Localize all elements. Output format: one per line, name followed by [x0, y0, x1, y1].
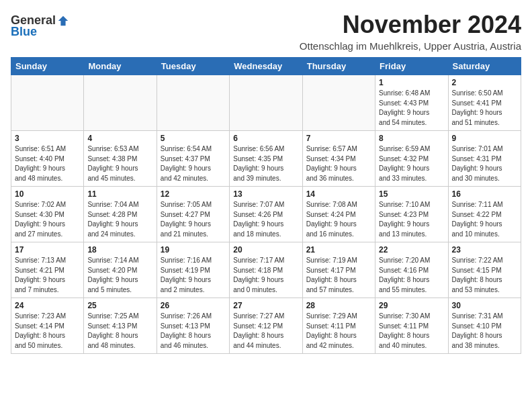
calendar-cell: 24Sunrise: 7:23 AM Sunset: 4:14 PM Dayli…	[11, 298, 84, 354]
day-number: 26	[161, 301, 226, 310]
calendar-cell: 28Sunrise: 7:29 AM Sunset: 4:11 PM Dayli…	[302, 298, 375, 354]
calendar-cell: 7Sunrise: 6:57 AM Sunset: 4:34 PM Daylig…	[302, 131, 375, 187]
day-info: Sunrise: 7:16 AM Sunset: 4:19 PM Dayligh…	[161, 256, 226, 295]
day-info: Sunrise: 7:22 AM Sunset: 4:15 PM Dayligh…	[452, 256, 517, 295]
day-number: 5	[161, 134, 226, 143]
weekday-header-row: SundayMondayTuesdayWednesdayThursdayFrid…	[11, 58, 521, 75]
calendar-cell: 3Sunrise: 6:51 AM Sunset: 4:40 PM Daylig…	[11, 131, 84, 187]
day-info: Sunrise: 6:48 AM Sunset: 4:43 PM Dayligh…	[379, 89, 444, 128]
day-number: 20	[233, 245, 298, 255]
calendar-cell	[84, 75, 157, 131]
day-number: 21	[306, 245, 371, 255]
day-info: Sunrise: 7:23 AM Sunset: 4:14 PM Dayligh…	[15, 312, 80, 351]
day-info: Sunrise: 7:17 AM Sunset: 4:18 PM Dayligh…	[233, 256, 298, 295]
day-info: Sunrise: 6:56 AM Sunset: 4:35 PM Dayligh…	[233, 144, 298, 183]
day-number: 24	[15, 301, 80, 310]
calendar-week-1: 1Sunrise: 6:48 AM Sunset: 4:43 PM Daylig…	[11, 75, 521, 131]
day-number: 16	[452, 189, 517, 199]
logo-blue-text: Blue	[11, 25, 37, 39]
day-info: Sunrise: 7:30 AM Sunset: 4:11 PM Dayligh…	[379, 312, 444, 351]
day-number: 8	[379, 134, 444, 143]
calendar-cell: 25Sunrise: 7:25 AM Sunset: 4:13 PM Dayli…	[84, 298, 157, 354]
calendar-cell: 12Sunrise: 7:05 AM Sunset: 4:27 PM Dayli…	[157, 187, 229, 242]
calendar-body: 1Sunrise: 6:48 AM Sunset: 4:43 PM Daylig…	[11, 75, 521, 354]
weekday-header-wednesday: Wednesday	[230, 58, 302, 75]
day-info: Sunrise: 7:25 AM Sunset: 4:13 PM Dayligh…	[87, 312, 152, 351]
calendar-cell: 14Sunrise: 7:08 AM Sunset: 4:24 PM Dayli…	[302, 187, 375, 242]
day-info: Sunrise: 7:11 AM Sunset: 4:22 PM Dayligh…	[452, 200, 517, 239]
day-info: Sunrise: 7:14 AM Sunset: 4:20 PM Dayligh…	[87, 256, 152, 295]
weekday-header-sunday: Sunday	[11, 58, 84, 75]
calendar-cell: 8Sunrise: 6:59 AM Sunset: 4:32 PM Daylig…	[375, 131, 448, 187]
calendar-week-4: 17Sunrise: 7:13 AM Sunset: 4:21 PM Dayli…	[11, 242, 521, 298]
day-number: 12	[161, 189, 226, 199]
day-info: Sunrise: 7:20 AM Sunset: 4:16 PM Dayligh…	[379, 256, 444, 295]
day-number: 22	[379, 245, 444, 255]
calendar-cell: 30Sunrise: 7:31 AM Sunset: 4:10 PM Dayli…	[448, 298, 521, 354]
weekday-header-saturday: Saturday	[448, 58, 521, 75]
logo-icon	[57, 15, 69, 27]
calendar-cell: 6Sunrise: 6:56 AM Sunset: 4:35 PM Daylig…	[230, 131, 302, 187]
day-info: Sunrise: 7:04 AM Sunset: 4:28 PM Dayligh…	[87, 200, 152, 239]
calendar-table: SundayMondayTuesdayWednesdayThursdayFrid…	[11, 57, 521, 354]
day-number: 29	[379, 301, 444, 310]
day-info: Sunrise: 6:57 AM Sunset: 4:34 PM Dayligh…	[306, 144, 371, 183]
day-info: Sunrise: 6:54 AM Sunset: 4:37 PM Dayligh…	[161, 144, 226, 183]
calendar-cell	[157, 75, 229, 131]
calendar-cell: 26Sunrise: 7:26 AM Sunset: 4:13 PM Dayli…	[157, 298, 229, 354]
day-info: Sunrise: 7:10 AM Sunset: 4:23 PM Dayligh…	[379, 200, 444, 239]
day-number: 13	[233, 189, 298, 199]
day-info: Sunrise: 7:02 AM Sunset: 4:30 PM Dayligh…	[15, 200, 80, 239]
day-info: Sunrise: 7:26 AM Sunset: 4:13 PM Dayligh…	[161, 312, 226, 351]
day-number: 3	[15, 134, 80, 143]
day-number: 15	[379, 189, 444, 199]
day-number: 14	[306, 189, 371, 199]
day-number: 10	[15, 189, 80, 199]
calendar-cell: 9Sunrise: 7:01 AM Sunset: 4:31 PM Daylig…	[448, 131, 521, 187]
day-number: 23	[452, 245, 517, 255]
day-number: 28	[306, 301, 371, 310]
day-info: Sunrise: 6:51 AM Sunset: 4:40 PM Dayligh…	[15, 144, 80, 183]
day-info: Sunrise: 7:01 AM Sunset: 4:31 PM Dayligh…	[452, 144, 517, 183]
day-info: Sunrise: 7:13 AM Sunset: 4:21 PM Dayligh…	[15, 256, 80, 295]
day-info: Sunrise: 7:31 AM Sunset: 4:10 PM Dayligh…	[452, 312, 517, 351]
day-number: 6	[233, 134, 298, 143]
page-header: General Blue November 2024 Ottenschlag i…	[11, 11, 521, 52]
calendar-cell: 15Sunrise: 7:10 AM Sunset: 4:23 PM Dayli…	[375, 187, 448, 242]
day-number: 4	[87, 134, 152, 143]
svg-marker-0	[58, 15, 68, 25]
calendar-cell: 17Sunrise: 7:13 AM Sunset: 4:21 PM Dayli…	[11, 242, 84, 298]
day-info: Sunrise: 7:27 AM Sunset: 4:12 PM Dayligh…	[233, 312, 298, 351]
calendar-cell	[302, 75, 375, 131]
calendar-cell: 1Sunrise: 6:48 AM Sunset: 4:43 PM Daylig…	[375, 75, 448, 131]
weekday-header-thursday: Thursday	[302, 58, 375, 75]
day-number: 18	[87, 245, 152, 255]
calendar-cell: 29Sunrise: 7:30 AM Sunset: 4:11 PM Dayli…	[375, 298, 448, 354]
calendar-cell: 4Sunrise: 6:53 AM Sunset: 4:38 PM Daylig…	[84, 131, 157, 187]
calendar-cell: 13Sunrise: 7:07 AM Sunset: 4:26 PM Dayli…	[230, 187, 302, 242]
calendar-cell: 20Sunrise: 7:17 AM Sunset: 4:18 PM Dayli…	[230, 242, 302, 298]
day-info: Sunrise: 6:53 AM Sunset: 4:38 PM Dayligh…	[87, 144, 152, 183]
day-info: Sunrise: 7:19 AM Sunset: 4:17 PM Dayligh…	[306, 256, 371, 295]
calendar-cell: 19Sunrise: 7:16 AM Sunset: 4:19 PM Dayli…	[157, 242, 229, 298]
calendar-cell: 5Sunrise: 6:54 AM Sunset: 4:37 PM Daylig…	[157, 131, 229, 187]
calendar-week-3: 10Sunrise: 7:02 AM Sunset: 4:30 PM Dayli…	[11, 187, 521, 242]
weekday-header-tuesday: Tuesday	[157, 58, 229, 75]
calendar-cell	[11, 75, 84, 131]
day-number: 25	[87, 301, 152, 310]
day-info: Sunrise: 7:05 AM Sunset: 4:27 PM Dayligh…	[161, 200, 226, 239]
calendar-cell: 22Sunrise: 7:20 AM Sunset: 4:16 PM Dayli…	[375, 242, 448, 298]
location: Ottenschlag im Muehlkreis, Upper Austria…	[300, 40, 521, 52]
weekday-header-friday: Friday	[375, 58, 448, 75]
day-number: 7	[306, 134, 371, 143]
calendar-cell: 27Sunrise: 7:27 AM Sunset: 4:12 PM Dayli…	[230, 298, 302, 354]
month-title: November 2024	[300, 11, 521, 39]
day-number: 11	[87, 189, 152, 199]
logo: General Blue	[11, 13, 69, 39]
day-info: Sunrise: 7:29 AM Sunset: 4:11 PM Dayligh…	[306, 312, 371, 351]
day-number: 30	[452, 301, 517, 310]
calendar-week-5: 24Sunrise: 7:23 AM Sunset: 4:14 PM Dayli…	[11, 298, 521, 354]
calendar-cell: 23Sunrise: 7:22 AM Sunset: 4:15 PM Dayli…	[448, 242, 521, 298]
day-number: 19	[161, 245, 226, 255]
calendar-cell: 10Sunrise: 7:02 AM Sunset: 4:30 PM Dayli…	[11, 187, 84, 242]
